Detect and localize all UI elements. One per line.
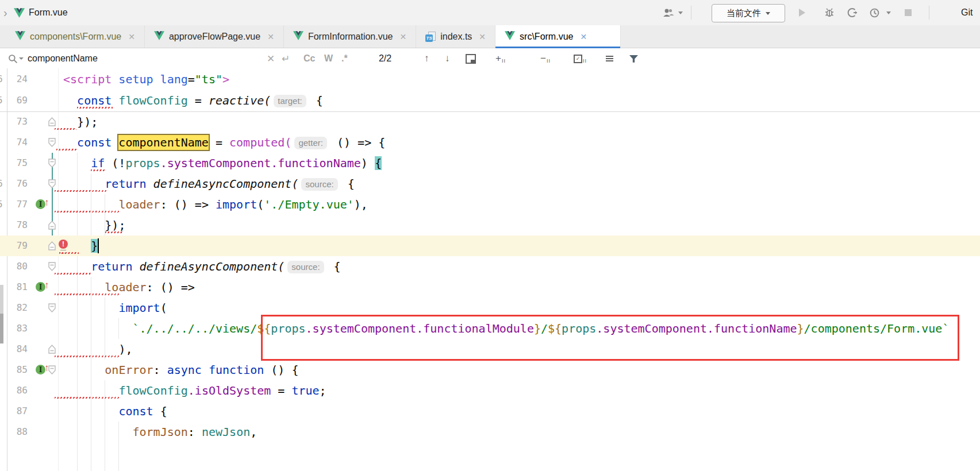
code-line-69[interactable]: 569const flowConfig = reactive(target: { bbox=[0, 90, 980, 111]
implementation-gutter-icon[interactable]: I↑ bbox=[36, 281, 54, 294]
git-menu[interactable]: Git bbox=[961, 0, 973, 25]
search-icon[interactable] bbox=[8, 49, 18, 68]
fold-marker-icon[interactable] bbox=[48, 158, 56, 171]
line-number[interactable]: 75 bbox=[8, 153, 28, 173]
code-line-77[interactable]: 577I↑loader: () => import('./Empty.vue')… bbox=[0, 194, 980, 215]
fold-marker-icon[interactable] bbox=[48, 303, 56, 315]
line-number[interactable]: 85 bbox=[8, 360, 28, 380]
code-line-81[interactable]: 81I↑loader: () => bbox=[0, 277, 980, 298]
stop-button[interactable] bbox=[905, 0, 912, 25]
line-number[interactable]: 80 bbox=[8, 256, 28, 277]
line-number[interactable]: 77 bbox=[8, 194, 28, 215]
line-number[interactable]: 88 bbox=[8, 422, 28, 442]
code-token: import bbox=[118, 301, 160, 315]
code-token: defineAsyncComponent( bbox=[153, 177, 299, 191]
code-editor[interactable]: 624<script setup lang="ts">569const flow… bbox=[0, 68, 980, 471]
code-token: } bbox=[91, 239, 98, 253]
line-number[interactable]: 78 bbox=[8, 215, 28, 235]
line-number[interactable]: 73 bbox=[8, 111, 28, 132]
code-line-75[interactable]: 75if (!props.systemComponent.functionNam… bbox=[0, 153, 980, 173]
code-line-78[interactable]: 78}); bbox=[0, 215, 980, 235]
line-number[interactable]: 74 bbox=[8, 132, 28, 153]
error-squiggle bbox=[55, 397, 121, 399]
clear-search-icon[interactable]: ✕ bbox=[267, 49, 275, 68]
editor-tab-src-form-vue[interactable]: src\Form.vue✕ bbox=[495, 25, 621, 48]
breadcrumb[interactable]: Form.vue bbox=[29, 0, 68, 25]
fold-marker-icon[interactable] bbox=[48, 241, 56, 253]
line-number[interactable]: 82 bbox=[8, 298, 28, 318]
close-tab-icon[interactable]: ✕ bbox=[128, 32, 135, 41]
fold-marker-icon[interactable] bbox=[48, 344, 56, 357]
code-line-87[interactable]: 87const { bbox=[0, 401, 980, 422]
editor-tab-approveflowpage-vue[interactable]: approveFlowPage.vue✕ bbox=[145, 25, 284, 48]
code-token: { bbox=[160, 404, 167, 418]
remove-selection-button[interactable]: −II bbox=[540, 49, 551, 68]
line-number[interactable]: 86 bbox=[8, 380, 28, 401]
code-line-76[interactable]: 676return defineAsyncComponent(source: { bbox=[0, 173, 980, 194]
line-number[interactable]: 24 bbox=[8, 69, 28, 90]
new-line-icon[interactable]: ↵ bbox=[282, 49, 290, 68]
implementation-gutter-icon[interactable]: I↑ bbox=[36, 364, 54, 376]
edge-artifact bbox=[0, 285, 3, 314]
toolbar-divider bbox=[929, 6, 929, 20]
inlay-hint: source: bbox=[301, 178, 337, 191]
code-line-79[interactable]: 79!} bbox=[0, 235, 980, 256]
line-number[interactable]: 69 bbox=[8, 90, 28, 111]
code-token bbox=[112, 72, 118, 86]
close-tab-icon[interactable]: ✕ bbox=[479, 32, 486, 41]
error-gutter-icon[interactable]: ! bbox=[59, 240, 68, 253]
editor-tab-index-ts[interactable]: TSindex.ts✕ bbox=[416, 25, 495, 48]
code-line-88[interactable]: 88formJson: newJson, bbox=[0, 422, 980, 442]
select-all-occurrences-button[interactable]: ✓II bbox=[574, 49, 587, 68]
error-squiggle bbox=[55, 190, 106, 192]
editor-tab-forminformation-vue[interactable]: FormInformation.vue✕ bbox=[284, 25, 416, 48]
debug-button[interactable] bbox=[824, 0, 835, 25]
close-tab-icon[interactable]: ✕ bbox=[399, 32, 406, 41]
code-line-86[interactable]: 86flowConfig.isOldSystem = true; bbox=[0, 380, 980, 401]
fold-marker-icon[interactable] bbox=[48, 137, 56, 150]
code-line-80[interactable]: 80return defineAsyncComponent(source: { bbox=[0, 256, 980, 277]
line-number[interactable]: 76 bbox=[8, 173, 28, 194]
search-input[interactable]: componentName bbox=[28, 49, 98, 68]
next-occurrence-button[interactable]: ↓ bbox=[445, 49, 450, 68]
search-options-caret-icon[interactable] bbox=[19, 49, 24, 68]
code-token: <script bbox=[63, 72, 112, 86]
close-tab-icon[interactable]: ✕ bbox=[580, 32, 587, 41]
line-number[interactable]: 87 bbox=[8, 401, 28, 422]
run-with-coverage-button[interactable] bbox=[847, 0, 858, 25]
run-button[interactable] bbox=[799, 0, 805, 25]
code-token: true bbox=[291, 384, 319, 397]
code-line-85[interactable]: 85I↑onError: async function () { bbox=[0, 360, 980, 380]
fold-marker-icon[interactable] bbox=[48, 117, 56, 129]
code-line-24[interactable]: 624<script setup lang="ts"> bbox=[0, 69, 980, 90]
regex-toggle[interactable]: .* bbox=[341, 49, 348, 68]
filter-icon[interactable] bbox=[629, 49, 639, 68]
implementation-gutter-icon[interactable]: I↑ bbox=[36, 198, 54, 211]
line-number[interactable]: 79 bbox=[8, 235, 28, 256]
whole-words-toggle[interactable]: W bbox=[324, 49, 333, 68]
close-tab-icon[interactable]: ✕ bbox=[267, 32, 274, 41]
match-case-toggle[interactable]: Cc bbox=[303, 49, 315, 68]
profiler-caret-icon[interactable] bbox=[886, 0, 891, 25]
tab-label: src\Form.vue bbox=[520, 32, 573, 42]
line-number[interactable]: 84 bbox=[8, 339, 28, 360]
editor-tab-components-form-vue[interactable]: components\Form.vue✕ bbox=[6, 25, 145, 48]
open-in-find-window-icon[interactable] bbox=[466, 49, 476, 68]
search-in-selection-icon[interactable] bbox=[606, 49, 613, 68]
run-configuration-select[interactable]: 当前文件 bbox=[712, 4, 785, 22]
profiler-button[interactable] bbox=[869, 0, 880, 25]
line-number[interactable]: 83 bbox=[8, 318, 28, 339]
code-line-73[interactable]: 73}); bbox=[0, 111, 980, 132]
error-squiggle bbox=[55, 356, 121, 357]
typescript-file-icon: TS bbox=[425, 32, 436, 42]
user-account-icon[interactable] bbox=[662, 0, 675, 25]
fold-marker-icon[interactable] bbox=[48, 220, 56, 233]
edge-partial-digit: 6 bbox=[0, 173, 3, 194]
line-number[interactable]: 81 bbox=[8, 277, 28, 298]
code-line-74[interactable]: 74const componentName = computed(getter:… bbox=[0, 132, 980, 153]
fold-marker-icon[interactable] bbox=[48, 261, 56, 274]
previous-occurrence-button[interactable]: ↑ bbox=[424, 49, 429, 68]
fold-marker-icon[interactable] bbox=[48, 179, 56, 191]
user-dropdown-caret-icon[interactable] bbox=[678, 0, 683, 25]
add-selection-button[interactable]: +II bbox=[495, 49, 506, 68]
